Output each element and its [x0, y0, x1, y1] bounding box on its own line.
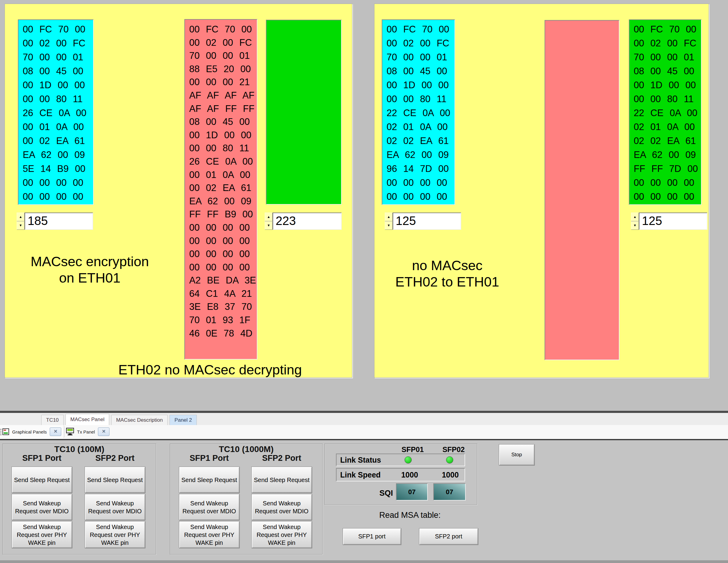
eth01-source-index-spinner: ▲ ▼ 185 [17, 213, 93, 230]
hex-row: 00 00 80 11 [634, 92, 701, 106]
hex-row: 46 0E 78 4D [189, 327, 257, 340]
eth01-decrypted-hex-array-empty [266, 20, 342, 205]
link-status-label: Link Status [340, 456, 381, 464]
hex-row: 26 CE 0A 00 [189, 155, 257, 168]
up-arrow-icon: ▲ [267, 215, 270, 219]
send-wakeup-mdio-100m-sfp1-button[interactable]: Send Wakeup Request over MDIO [12, 494, 72, 520]
eth01-received-index-value[interactable]: 125 [639, 213, 707, 230]
hex-row: 00 00 00 21 [189, 75, 257, 89]
hex-row: 02 02 EA 61 [387, 134, 455, 148]
hex-row: 00 00 00 00 [189, 261, 257, 274]
send-wakeup-mdio-1000m-sfp2-button[interactable]: Send Wakeup Request over MDIO [251, 494, 312, 520]
hex-row: FF FF B9 00 [189, 208, 257, 221]
hex-row: EA 62 00 09 [387, 148, 455, 162]
hex-row: 00 00 00 00 [387, 176, 455, 190]
hex-row: 00 00 00 00 [23, 176, 93, 190]
sfp02-sqi-display: 07 [433, 483, 466, 501]
stop-button[interactable]: Stop [499, 444, 535, 465]
sfp01-link-status-led [404, 456, 412, 464]
eth02-source-index-value[interactable]: 125 [393, 213, 461, 230]
spinner-down-button[interactable]: ▼ [17, 221, 25, 230]
eth02-encrypted-index-value[interactable]: 223 [273, 213, 342, 230]
tab-macsec-description[interactable]: MACsec Description [111, 415, 168, 425]
spinner-down-button[interactable]: ▼ [265, 221, 273, 230]
spinner-up-button[interactable]: ▲ [631, 213, 639, 221]
sfp01-sqi-value: 07 [408, 488, 415, 496]
hex-row: 00 1D 00 00 [23, 78, 93, 92]
send-wakeup-phy-100m-sfp1-button[interactable]: Send Wakeup Request over PHY WAKE pin [12, 521, 72, 548]
sfp01-sqi-display: 07 [396, 483, 428, 501]
send-wakeup-mdio-100m-sfp2-button[interactable]: Send Wakeup Request over MDIO [85, 494, 145, 520]
read-msa-sfp1-port-button[interactable]: SFP1 port [343, 528, 401, 545]
dock-item-label: Graphical Panels [12, 429, 47, 434]
hex-row: EA 62 00 09 [634, 148, 701, 162]
group-title: TC10 (1000M) [170, 444, 322, 454]
tab-tc10[interactable]: TC10 [41, 415, 64, 425]
hex-row: AF AF FF FF [189, 102, 257, 116]
sfp01-header: SFP01 [394, 445, 431, 454]
spinner-down-button[interactable]: ▼ [631, 221, 639, 230]
caption-line1: no MACsec [374, 257, 520, 274]
read-msa-sfp2-port-button[interactable]: SFP2 port [419, 528, 478, 545]
hex-row: 00 FC 70 00 [23, 22, 93, 36]
hex-row: 00 00 00 00 [189, 221, 257, 234]
hex-row: 00 02 00 FC [634, 36, 701, 50]
page-tab-strip: TC10 MACsec Panel MACsec Description Pan… [0, 413, 728, 425]
spinner-up-button[interactable]: ▲ [385, 213, 393, 221]
hex-row: 00 00 00 00 [23, 190, 93, 204]
hex-row: 70 01 93 1F [189, 313, 257, 327]
send-sleep-request-100m-sfp1-button[interactable]: Send Sleep Request [12, 467, 72, 493]
hex-row: 00 00 00 00 [189, 234, 257, 248]
eth02-source-hex-array: 00 FC 70 0000 02 00 FC70 00 00 0108 00 4… [382, 19, 455, 205]
link-speed-row: Link Speed 1000 1000 [336, 468, 465, 481]
left-panel-caption: MACsec encryption on ETH01 [17, 253, 163, 286]
hex-row: 70 00 00 01 [634, 50, 701, 64]
send-wakeup-phy-1000m-sfp2-button[interactable]: Send Wakeup Request over PHY WAKE pin [251, 521, 312, 548]
pane-dock-bar: Graphical Panels ✕ Tx Panel ✕ [0, 425, 728, 439]
hex-row: 00 00 00 00 [189, 247, 257, 261]
down-arrow-icon: ▼ [633, 224, 637, 227]
eth02-encrypted-hex-array: 00 FC 70 0000 02 00 FC70 00 00 0188 E5 2… [184, 19, 257, 360]
spinner-up-button[interactable]: ▲ [17, 213, 25, 221]
tc10-100m-group: TC10 (100M) SFP1 Port SFP2 Port Send Sle… [2, 444, 156, 555]
sfp02-header: SFP02 [435, 445, 472, 454]
send-wakeup-mdio-1000m-sfp1-button[interactable]: Send Wakeup Request over MDIO [179, 494, 240, 520]
caption-line2: on ETH01 [17, 270, 163, 286]
graphical-panels-icon [0, 427, 10, 437]
dock-item-label: Tx Panel [77, 429, 95, 434]
hex-row: FF FF 7D 00 [634, 162, 701, 176]
close-graphical-panels-button[interactable]: ✕ [50, 427, 61, 436]
hex-row: A2 BE DA 3E [189, 274, 257, 287]
eth01-source-hex-array: 00 FC 70 0000 02 00 FC70 00 00 0108 00 4… [18, 19, 94, 205]
tab-macsec-panel[interactable]: MACsec Panel [65, 414, 109, 425]
down-arrow-icon: ▼ [387, 224, 391, 227]
hex-row: 00 00 80 11 [189, 142, 257, 155]
caption-line2: ETH02 to ETH01 [374, 274, 520, 290]
hex-row: 70 00 00 01 [23, 50, 93, 64]
hex-row: AF AF AF AF [189, 89, 257, 102]
dock-item-graphical-panels[interactable]: Graphical Panels ✕ [0, 425, 64, 438]
hex-row: 08 00 45 00 [387, 64, 455, 78]
tab-panel-2[interactable]: Panel 2 [169, 415, 197, 425]
spinner-down-button[interactable]: ▼ [385, 221, 393, 230]
dock-item-tx-panel[interactable]: Tx Panel ✕ [65, 425, 135, 438]
hex-row: 00 00 00 00 [634, 176, 701, 190]
eth01-source-index-value[interactable]: 185 [25, 213, 93, 230]
hex-row: 00 FC 70 00 [634, 22, 701, 36]
close-tx-panel-button[interactable]: ✕ [98, 427, 109, 436]
right-panel-caption: no MACsec ETH02 to ETH01 [374, 257, 520, 290]
send-wakeup-phy-1000m-sfp1-button[interactable]: Send Wakeup Request over PHY WAKE pin [179, 521, 240, 548]
send-sleep-request-1000m-sfp2-button[interactable]: Send Sleep Request [251, 467, 312, 493]
hex-row: 26 CE 0A 00 [23, 106, 93, 120]
hex-row: 64 C1 4A 21 [189, 287, 257, 300]
spinner-up-button[interactable]: ▲ [265, 213, 273, 221]
hex-row: 5E 14 B9 00 [23, 162, 93, 176]
sfp02-sqi-value: 07 [446, 488, 453, 496]
send-sleep-request-1000m-sfp1-button[interactable]: Send Sleep Request [179, 467, 240, 493]
hex-row: 00 02 EA 61 [189, 181, 257, 195]
send-wakeup-phy-100m-sfp2-button[interactable]: Send Wakeup Request over PHY WAKE pin [85, 521, 145, 548]
link-speed-label: Link Speed [340, 471, 381, 479]
intercepted-hex-array-empty [545, 20, 619, 360]
send-sleep-request-100m-sfp2-button[interactable]: Send Sleep Request [85, 467, 145, 493]
eth01-received-index-spinner: ▲ ▼ 125 [631, 213, 707, 230]
